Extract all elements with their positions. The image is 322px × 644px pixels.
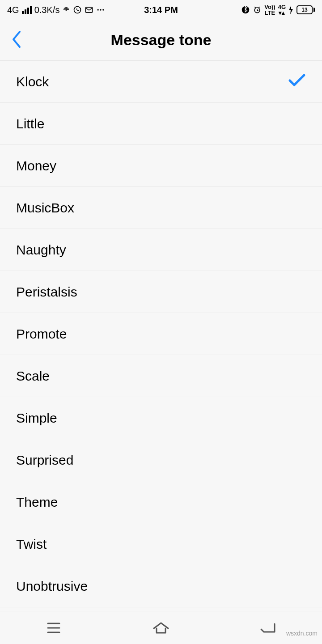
- data-speed: 0.3K/s: [34, 5, 60, 15]
- tone-label: Unobtrusive: [16, 579, 88, 594]
- tone-label: Little: [16, 116, 44, 131]
- tone-item[interactable]: Surprised: [0, 439, 322, 481]
- page-header: Message tone: [0, 20, 322, 61]
- tone-item[interactable]: Peristalsis: [0, 271, 322, 313]
- tone-label: Money: [16, 158, 56, 174]
- tone-label: MusicBox: [16, 200, 74, 216]
- network-type: 4G: [7, 5, 19, 15]
- tone-item[interactable]: Theme: [0, 481, 322, 523]
- tone-item[interactable]: Unobtrusive: [0, 565, 322, 607]
- tone-item[interactable]: Twist: [0, 523, 322, 565]
- system-navbar: [0, 611, 322, 644]
- status-time: 3:14 PM: [144, 5, 178, 15]
- status-bar: 4G 0.3K/s 3:14 PM Vo)) LTE 4G▾▴ 13: [0, 0, 322, 20]
- whatsapp-icon: [73, 5, 82, 14]
- signal-icon: [22, 6, 32, 14]
- svg-point-5: [103, 9, 104, 10]
- tone-item[interactable]: Klock: [0, 61, 322, 103]
- tone-item[interactable]: Promote: [0, 313, 322, 355]
- tone-label: Surprised: [16, 453, 73, 468]
- hotspot-icon: [62, 6, 70, 14]
- back-button[interactable]: [11, 30, 22, 51]
- tone-label: Simple: [16, 411, 57, 426]
- home-button[interactable]: [148, 619, 174, 637]
- battery-level: 13: [297, 5, 313, 14]
- status-left: 4G 0.3K/s: [7, 5, 105, 15]
- status-right: Vo)) LTE 4G▾▴ 13: [241, 4, 315, 16]
- mail-icon: [85, 5, 93, 14]
- volte-badge: Vo)) LTE: [264, 4, 275, 16]
- svg-point-3: [97, 9, 99, 10]
- tone-label: Theme: [16, 495, 58, 510]
- tone-item[interactable]: Naughty: [0, 229, 322, 271]
- battery-icon: 13: [297, 5, 315, 14]
- bluetooth-icon: [241, 5, 250, 14]
- alarm-icon: [253, 5, 262, 14]
- tone-label: Peristalsis: [16, 284, 77, 300]
- tone-label: Twist: [16, 537, 47, 552]
- recents-button[interactable]: [40, 619, 67, 637]
- svg-point-4: [100, 9, 102, 10]
- watermark: wsxdn.com: [286, 630, 318, 637]
- tone-item[interactable]: Simple: [0, 397, 322, 439]
- tone-label: Scale: [16, 369, 50, 384]
- more-icon: [96, 5, 105, 14]
- tone-list[interactable]: KlockLittleMoneyMusicBoxNaughtyPeristals…: [0, 61, 322, 607]
- charging-icon: [288, 5, 294, 14]
- tone-item[interactable]: Little: [0, 103, 322, 145]
- net-badge: 4G▾▴: [278, 4, 286, 16]
- check-icon: [288, 73, 306, 90]
- tone-item[interactable]: Scale: [0, 355, 322, 397]
- back-nav-button[interactable]: [255, 619, 282, 637]
- tone-item[interactable]: MusicBox: [0, 187, 322, 229]
- tone-item[interactable]: Money: [0, 145, 322, 187]
- svg-point-6: [242, 6, 250, 14]
- tone-label: Naughty: [16, 242, 66, 258]
- svg-point-0: [66, 9, 67, 10]
- page-title: Message tone: [111, 31, 212, 49]
- tone-label: Klock: [16, 74, 49, 89]
- tone-label: Promote: [16, 326, 67, 342]
